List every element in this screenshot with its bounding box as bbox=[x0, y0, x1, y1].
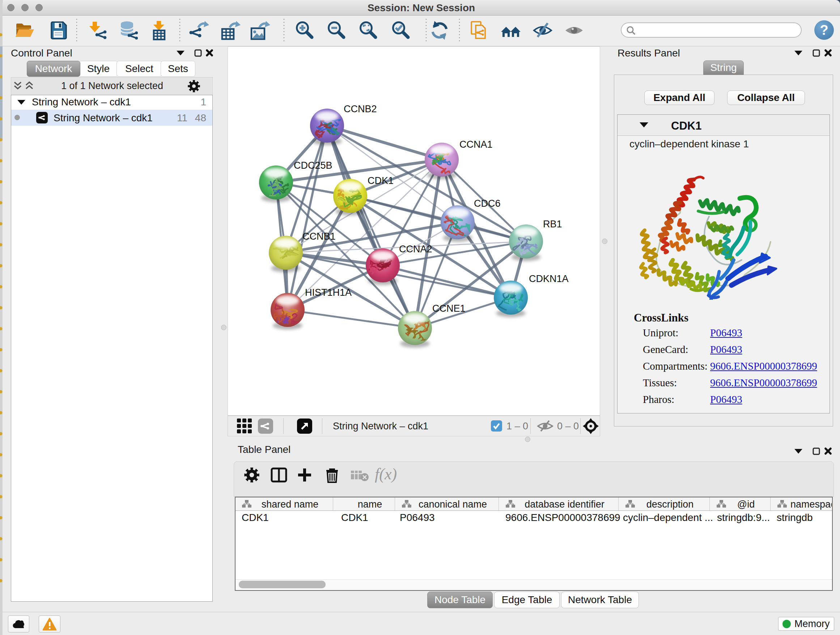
svg-text:CDK1: CDK1 bbox=[368, 175, 393, 186]
svg-text:CCNB2: CCNB2 bbox=[344, 103, 377, 114]
svg-text:CCNA1: CCNA1 bbox=[459, 139, 493, 150]
svg-text:CCNE1: CCNE1 bbox=[432, 303, 466, 314]
svg-text:HIST1H1A: HIST1H1A bbox=[305, 287, 352, 298]
svg-text:CDC6: CDC6 bbox=[474, 198, 501, 209]
svg-text:CCNA2: CCNA2 bbox=[399, 244, 432, 255]
svg-text:CDKN1A: CDKN1A bbox=[529, 273, 569, 284]
svg-text:CCNB1: CCNB1 bbox=[302, 231, 336, 242]
svg-text:RB1: RB1 bbox=[543, 219, 562, 230]
svg-text:CDC25B: CDC25B bbox=[294, 160, 332, 171]
